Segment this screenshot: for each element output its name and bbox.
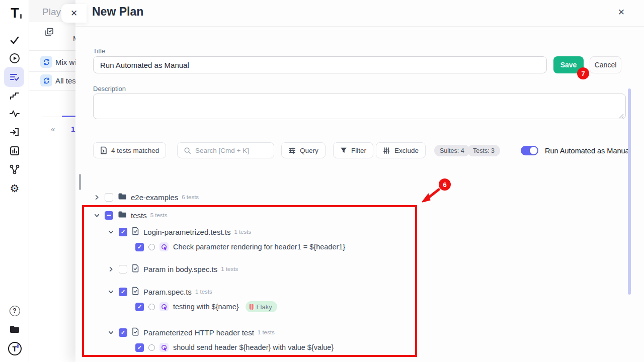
account-avatar[interactable]: T bbox=[0, 339, 29, 357]
popcorn-icon bbox=[250, 304, 254, 310]
file-name: Login-parametrized.test.ts bbox=[143, 228, 230, 236]
checkbox-indeterminate[interactable] bbox=[105, 211, 113, 220]
checkbox-checked[interactable] bbox=[119, 328, 127, 337]
tree-row-file[interactable]: Parameterized HTTP header test 1 tests bbox=[108, 326, 275, 338]
tests-matched-button[interactable]: 4 tests matched bbox=[93, 142, 166, 158]
folder-icon bbox=[118, 211, 126, 220]
pulse-icon[interactable] bbox=[0, 105, 29, 123]
chevron-down-icon[interactable] bbox=[108, 229, 114, 235]
sync-icon bbox=[40, 74, 52, 86]
bar-chart-icon[interactable] bbox=[0, 142, 29, 160]
checkbox-checked[interactable] bbox=[135, 243, 144, 251]
exclude-button[interactable]: Exclude bbox=[376, 142, 426, 158]
title-input[interactable] bbox=[93, 56, 547, 73]
tests-check-icon[interactable] bbox=[0, 31, 29, 49]
tree-row-test[interactable]: should send header ${header} with value … bbox=[135, 341, 334, 353]
checkbox-checked[interactable] bbox=[135, 303, 144, 311]
search-box[interactable] bbox=[177, 142, 274, 158]
divider bbox=[29, 50, 79, 51]
help-icon[interactable]: ? bbox=[0, 302, 29, 320]
suite-test-count: 5 tests bbox=[150, 212, 168, 218]
checkbox-checked[interactable] bbox=[119, 228, 127, 236]
description-field-label: Description bbox=[93, 85, 126, 93]
drawer-close-button[interactable]: ✕ bbox=[618, 7, 625, 18]
query-label: Query bbox=[300, 147, 318, 154]
filter-button[interactable]: Filter bbox=[333, 142, 373, 158]
close-icon: ✕ bbox=[618, 8, 625, 17]
checkbox-checked[interactable] bbox=[135, 343, 144, 352]
file-check-icon bbox=[132, 264, 139, 275]
folder-icon bbox=[118, 193, 126, 202]
filter-funnel-icon bbox=[340, 147, 347, 154]
projects-folder-icon[interactable] bbox=[0, 320, 29, 338]
run-automated-as-manual-toggle[interactable] bbox=[521, 146, 538, 155]
new-plan-drawer: New Plan ✕ Title Save 7 Cancel Descripti… bbox=[75, 0, 644, 362]
file-check-icon bbox=[132, 287, 139, 297]
annotation-arrow-icon bbox=[418, 187, 442, 210]
file-test-count: 1 tests bbox=[221, 266, 238, 272]
background-list-item[interactable]: Mix wi bbox=[55, 58, 76, 66]
annotation-step-7-badge: 7 bbox=[577, 67, 589, 79]
filter-label: Filter bbox=[351, 147, 366, 154]
test-status-circle-icon bbox=[148, 344, 155, 351]
test-name: testing with ${name} bbox=[173, 303, 239, 311]
scrollbar-thumb[interactable] bbox=[628, 88, 631, 295]
avatar-letter: T bbox=[12, 344, 17, 353]
resize-grip-icon[interactable] bbox=[619, 112, 624, 121]
chevron-right-icon[interactable] bbox=[94, 194, 100, 201]
settings-gear-icon[interactable]: ⚙ bbox=[0, 179, 29, 197]
checkbox-checked[interactable] bbox=[119, 288, 127, 296]
app-root: T ⚙ ? bbox=[0, 0, 644, 362]
tree-row-test[interactable]: Check parameter rendering for header1 = … bbox=[135, 241, 345, 253]
file-test-count: 1 tests bbox=[258, 329, 275, 335]
play-circle-icon[interactable] bbox=[0, 49, 29, 67]
app-logo[interactable]: T bbox=[0, 4, 29, 22]
chevron-down-icon[interactable] bbox=[108, 329, 114, 336]
tests-matched-label: 4 tests matched bbox=[111, 147, 159, 154]
steps-icon[interactable] bbox=[0, 86, 29, 105]
tree-row-file[interactable]: Login-parametrized.test.ts 1 tests bbox=[108, 226, 251, 238]
drawer-title: New Plan bbox=[92, 5, 143, 19]
tree-row-suite[interactable]: e2e-examples 6 tests bbox=[94, 191, 199, 203]
automated-test-icon bbox=[159, 343, 169, 352]
search-input[interactable] bbox=[195, 147, 266, 154]
divider bbox=[42, 117, 62, 117]
query-button[interactable]: Query bbox=[281, 142, 326, 158]
test-name: Check parameter rendering for header1 = … bbox=[173, 243, 345, 251]
flaky-badge: Flaky bbox=[246, 301, 277, 312]
automated-test-icon bbox=[159, 302, 169, 311]
sync-icon bbox=[40, 56, 52, 68]
tree-row-test[interactable]: testing with ${name} Flaky bbox=[135, 301, 277, 313]
tree-row-file[interactable]: Param in body.spec.ts 1 tests bbox=[108, 263, 238, 275]
runs-list-check-icon[interactable] bbox=[0, 68, 29, 86]
file-test-count: 1 tests bbox=[234, 229, 251, 235]
exclude-label: Exclude bbox=[394, 147, 419, 154]
checkbox-unchecked[interactable] bbox=[105, 193, 113, 202]
file-name: Parameterized HTTP header test bbox=[143, 328, 254, 337]
background-dialog-close-button[interactable]: ✕ bbox=[61, 4, 87, 23]
suite-name: tests bbox=[131, 211, 147, 220]
drawer-resize-handle[interactable] bbox=[79, 174, 81, 190]
file-check-icon bbox=[132, 327, 139, 338]
test-status-circle-icon bbox=[148, 304, 155, 310]
branch-icon[interactable] bbox=[0, 160, 29, 178]
suites-count-badge: Suites: 4 bbox=[434, 145, 470, 156]
chevron-down-icon[interactable] bbox=[94, 212, 100, 219]
chevron-down-icon[interactable] bbox=[108, 289, 114, 295]
description-textarea[interactable] bbox=[93, 94, 626, 119]
flaky-badge-label: Flaky bbox=[257, 303, 272, 311]
cancel-button[interactable]: Cancel bbox=[590, 56, 621, 73]
login-icon[interactable] bbox=[0, 123, 29, 141]
pagination-page-1[interactable]: 1 bbox=[71, 125, 75, 133]
file-test-count: 1 tests bbox=[195, 289, 212, 295]
checkbox-unchecked[interactable] bbox=[119, 265, 127, 274]
file-name: Param in body.spec.ts bbox=[143, 265, 217, 274]
divider bbox=[75, 26, 644, 27]
tree-row-file[interactable]: Param.spec.ts 1 tests bbox=[108, 286, 212, 298]
divider bbox=[29, 71, 79, 72]
chevron-right-icon[interactable] bbox=[108, 266, 114, 273]
tree-row-suite[interactable]: tests 5 tests bbox=[94, 209, 168, 221]
logo-t-icon: T bbox=[11, 6, 19, 21]
background-list-item[interactable]: All tes bbox=[55, 76, 76, 85]
pagination-prev[interactable]: « bbox=[51, 125, 55, 133]
